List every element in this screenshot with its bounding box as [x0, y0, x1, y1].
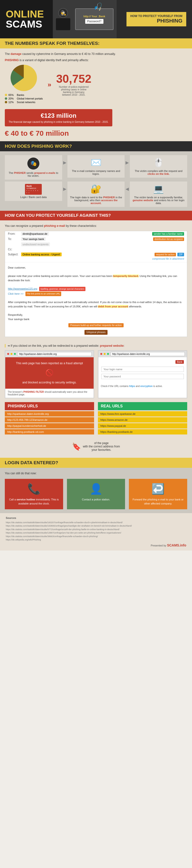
login-card-police: 👤 Contact a police station. — [67, 479, 125, 509]
arrow-right-double: » — [48, 81, 51, 89]
pie-legend: 65% Banks 20% Global Internet portals 12… — [5, 94, 43, 104]
encryption-label: encryption — [140, 385, 153, 388]
email-body: Dear customer, please note that your onl… — [5, 264, 187, 337]
favourites-note: of the page with the correct address fro… — [83, 441, 120, 452]
person-icon: 👤 — [70, 483, 122, 495]
unknown-url-annotation: The link points to an unknown URL — [25, 291, 61, 296]
source-5: https://de.statista.com/statistik/daten/… — [6, 535, 186, 538]
fraud-browser-bar: http://sparkasse-daten-kontrolle.org — [5, 351, 93, 357]
phishing-url-4: http://banking.postbank-vd.com — [5, 429, 94, 434]
damage-range: € 40 to € 70 million — [5, 129, 187, 137]
pie-portals-pct: 20% — [8, 97, 14, 100]
browser-filter-note: The browser's PHISHING FILTER should aut… — [5, 389, 93, 398]
pie-social-label: Social networks — [17, 101, 35, 103]
bank-card-mock: Bank 127889210 • • • • • • • • — [25, 184, 42, 195]
real-url-2: https://www.amazon.de — [98, 417, 187, 423]
how-title: HOW DOES PHISHING WORK? — [5, 144, 187, 149]
fake-bank-logo: Bank — [175, 360, 184, 364]
debit-highlight: debit from your account — [98, 305, 128, 308]
dot-red — [7, 353, 9, 355]
login-card-call: 📞 Call a service hotline immediately. Th… — [5, 479, 63, 509]
genuine-website-text: genuine website — [133, 199, 153, 202]
email-closing: Respectfully, — [8, 313, 184, 317]
phishing-url-bar[interactable]: http://sparkasse-daten-kontrolle.org — [110, 352, 185, 356]
dot-green — [14, 353, 16, 355]
email-mockup: From: direkt@sparkasse.de sender has a f… — [5, 231, 187, 337]
phisher-text-2: PHISHER — [103, 196, 115, 199]
fraud-browser: http://sparkasse-daten-kontrolle.org Thi… — [5, 350, 94, 398]
prepared-website-strong: prepared website — [100, 344, 124, 347]
financial-box: €123 million The financial damage caused… — [5, 109, 112, 126]
sources-section: Sources https://de.statista.com/statisti… — [0, 513, 192, 551]
favourites-area: 🔖 of the page with the correct address f… — [5, 439, 187, 454]
arrow-2: ▶ — [126, 155, 129, 165]
fraud-icon: 🚫 — [9, 368, 90, 378]
numbers-subtitle: The damage caused by cybercrime in Germa… — [5, 52, 187, 56]
login-cards: 📞 Call a service hotline immediately. Th… — [5, 479, 187, 509]
fraud-url[interactable]: http://sparkasse-daten-kontrolle.org — [17, 352, 92, 356]
email-to-row: To: Your savings bank distribution list … — [5, 237, 187, 242]
source-1: https://de.statista.com/statistik/daten/… — [6, 521, 186, 524]
websites-grid: http://sparkasse-daten-kontrolle.org Thi… — [5, 350, 187, 398]
fraud-content: This web page has been reported as a fra… — [5, 357, 93, 389]
bank-card-desc: Login / Bank card data — [7, 196, 60, 198]
dot-yellow-2 — [104, 353, 106, 355]
phishing-filter-label: PHISHING FILTER — [23, 391, 44, 393]
arrow-3: ◀ — [126, 182, 129, 192]
damage-word: damage — [10, 52, 21, 56]
email-undisclosed-row: undisclosed recipients — [5, 242, 187, 247]
presented-by-area: Presented by SCAMS.info — [6, 543, 186, 547]
source-2: https://de.statista.com/statistik/daten/… — [6, 524, 186, 528]
click-here-text[interactable]: Click here >> — [8, 292, 24, 296]
phishing-desc: is a variant of digital identity theft a… — [20, 59, 88, 62]
phishing-browser-bar: http://sparkasse-daten-kontrolle.org — [99, 351, 187, 357]
login-name-input[interactable] — [101, 367, 184, 372]
lock-icon: 🔐 — [70, 184, 123, 194]
source-4: https://de.statista.com/statistik/daten/… — [6, 531, 186, 534]
real-url-1: https://www.ihre-sparkasse.de — [98, 411, 187, 416]
laptop-url: http:// Your_Bank — [84, 15, 105, 18]
clicks-link-text: clicks on the link. — [147, 173, 170, 175]
website-icon: 💻 — [132, 184, 185, 194]
arrow-1: ▶ — [63, 155, 66, 165]
protect-label: HOW TO PROTECT YOURSELF FROM — [130, 14, 183, 18]
body1-highlight: temporarily blocked. — [113, 275, 139, 277]
password-input[interactable] — [101, 374, 184, 379]
source-3: https://de.statista.com/statistik/daten/… — [6, 528, 186, 531]
email-undisclosed: undisclosed recipients — [21, 242, 50, 246]
login-subtitle: You can still do that now: — [5, 472, 187, 475]
link-spelling-annotation: Spelling, grammar, strange special chara… — [39, 287, 85, 291]
email-sender: Your savings bank — [8, 317, 184, 321]
fav-note-pre: of the page — [94, 441, 108, 445]
phishing-link[interactable]: http://goonsweiss115.org — [8, 287, 37, 291]
fav-note-post: your favourites. — [91, 448, 111, 452]
check-note: Check if the URL contains https and encr… — [99, 383, 187, 390]
pressure-annotation: Pressure build-up and further requests f… — [68, 323, 124, 327]
phone-icon: 📞 — [8, 483, 60, 495]
phisher-text-red: PHISHER — [14, 172, 26, 174]
email-subject-annotation: request for action — [155, 253, 176, 256]
login-card-1-text: Call a service hotline immediately. This… — [8, 498, 60, 505]
email-icon: ✉️ — [70, 158, 123, 167]
email-from-annotation: sender has a familiar name — [152, 232, 184, 236]
phishing-url-3: http://paypal-kundensicherheit.de — [5, 423, 94, 429]
pie-banks-pct: 65% — [8, 94, 14, 96]
phishing-desc-text: PHISHING is a variant of digital identit… — [5, 59, 187, 62]
dot-yellow — [10, 353, 12, 355]
login-title: LOGIN DATA ENTERED? — [5, 460, 187, 465]
how-card-4: 💻 The victim lands on a supposedly famil… — [130, 182, 187, 207]
presented-by-label: Presented by — [151, 544, 166, 547]
arrow-4: ▶ — [63, 182, 66, 192]
title-scams: SCAMS — [6, 19, 47, 29]
email-body2: After completing the confirmation, your … — [8, 300, 184, 309]
email-from-value: direkt@sparkasse.de — [21, 232, 49, 236]
hotline-strong: service hotline — [17, 498, 35, 501]
phishing-url-1: http://sparkasse-daten-kontrolle.org — [5, 411, 94, 416]
laptop-display: http:// Your_Bank Password? — [75, 8, 113, 30]
dot-red-2 — [100, 353, 102, 355]
how-card-5: 🔐 The login data is sent to the PHISHER … — [67, 182, 125, 207]
click-icon: 🖱️ — [132, 158, 185, 167]
phishing-urls-title: PHISHING URLS — [5, 402, 94, 410]
zip-annotation: compressed file in attachment — [5, 257, 187, 261]
fraud-text1: This web page has been reported as a fra… — [9, 361, 90, 366]
